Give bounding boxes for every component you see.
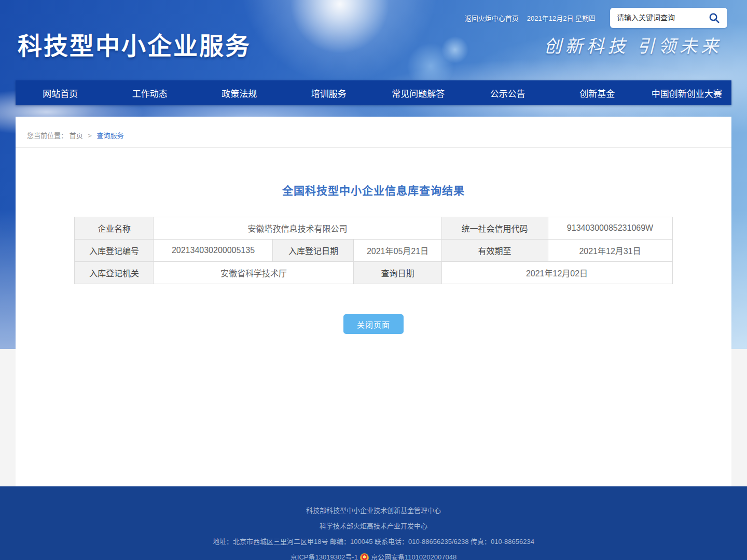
nav-item-competition[interactable]: 中国创新创业大赛 <box>642 80 732 105</box>
breadcrumb-separator: > <box>88 132 92 139</box>
valid-until-label: 有效期至 <box>441 240 548 262</box>
nav-item-training[interactable]: 培训服务 <box>284 80 374 105</box>
nav-item-news[interactable]: 工作动态 <box>105 80 195 105</box>
nav-item-home[interactable]: 网站首页 <box>16 80 105 105</box>
query-result-table: 企业名称 安徽塔孜信息技术有限公司 统一社会信用代码 9134030008523… <box>74 217 672 284</box>
query-date-value: 2021年12月02日 <box>441 262 672 284</box>
breadcrumb-home-link[interactable]: 首页 <box>70 132 83 139</box>
page: 返回火炬中心首页 2021年12月2日 星期四 科技型中小企业服务 创新科技 引… <box>0 0 747 560</box>
close-page-button[interactable]: 关闭页面 <box>343 314 404 334</box>
footer-contact-line: 地址：北京市西城区三里河二区甲18号 邮编：100045 联系电话：010-88… <box>0 534 747 550</box>
footer-record-line: 京ICP备13019302号-1 京公网安备11010202007048 <box>0 550 747 560</box>
breadcrumb: 您当前位置： 首页 > 查询服务 <box>16 117 731 148</box>
company-name-value: 安徽塔孜信息技术有限公司 <box>154 217 441 240</box>
button-row: 关闭页面 <box>16 314 731 334</box>
search-input[interactable] <box>610 8 702 28</box>
company-name-label: 企业名称 <box>75 217 154 240</box>
registration-date-value: 2021年05月21日 <box>354 240 441 262</box>
nav-item-faq[interactable]: 常见问题解答 <box>374 80 463 105</box>
footer-org-line2: 科学技术部火炬高技术产业开发中心 <box>0 519 747 534</box>
breadcrumb-prefix: 您当前位置： <box>27 132 67 139</box>
table-row: 入库登记机关 安徽省科学技术厅 查询日期 2021年12月02日 <box>75 262 672 284</box>
top-utility-bar: 返回火炬中心首页 2021年12月2日 星期四 <box>0 7 747 28</box>
table-row: 企业名称 安徽塔孜信息技术有限公司 统一社会信用代码 9134030008523… <box>75 217 672 240</box>
registration-agency-label: 入库登记机关 <box>75 262 154 284</box>
registration-number-value: 202134030200005135 <box>154 240 273 262</box>
credit-code-value: 91340300085231069W <box>548 217 672 240</box>
main-nav: 网站首页 工作动态 政策法规 培训服务 常见问题解答 公示公告 创新基金 中国创… <box>16 80 731 105</box>
breadcrumb-current-link[interactable]: 查询服务 <box>97 132 124 139</box>
registration-date-label: 入库登记日期 <box>273 240 354 262</box>
footer-org-line1: 科技部科技型中小企业技术创新基金管理中心 <box>0 503 747 519</box>
footer: 科技部科技型中小企业技术创新基金管理中心 科学技术部火炬高技术产业开发中心 地址… <box>0 486 747 560</box>
registration-agency-value: 安徽省科学技术厅 <box>154 262 354 284</box>
page-title: 全国科技型中小企业信息库查询结果 <box>16 182 731 198</box>
search-button[interactable] <box>702 8 725 28</box>
nav-item-innovation-fund[interactable]: 创新基金 <box>552 80 642 105</box>
table-row: 入库登记编号 202134030200005135 入库登记日期 2021年05… <box>75 240 672 262</box>
back-to-torch-center-link[interactable]: 返回火炬中心首页 <box>465 13 519 23</box>
search-box <box>610 8 727 28</box>
nav-item-policy[interactable]: 政策法规 <box>195 80 284 105</box>
nav-item-announcements[interactable]: 公示公告 <box>463 80 553 105</box>
content-panel: 您当前位置： 首页 > 查询服务 全国科技型中小企业信息库查询结果 企业名称 安… <box>16 117 731 486</box>
query-date-label: 查询日期 <box>354 262 441 284</box>
current-date: 2021年12月2日 星期四 <box>527 13 596 23</box>
credit-code-label: 统一社会信用代码 <box>441 217 548 240</box>
search-icon <box>708 12 720 24</box>
police-record-link[interactable]: 京公网安备11010202007048 <box>371 550 457 560</box>
site-title: 科技型中小企业服务 <box>18 26 251 62</box>
police-badge-icon <box>360 553 369 560</box>
site-slogan: 创新科技 引领未来 <box>544 32 723 58</box>
valid-until-value: 2021年12月31日 <box>548 240 672 262</box>
registration-number-label: 入库登记编号 <box>75 240 154 262</box>
icp-record-link[interactable]: 京ICP备13019302号-1 <box>290 550 358 560</box>
